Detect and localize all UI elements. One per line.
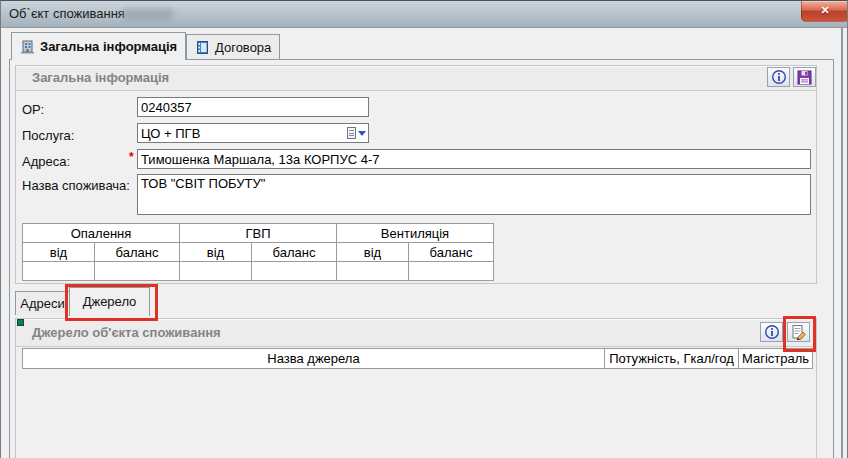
source-table: Назва джерела Потужність, Гкал/год Магіс… <box>22 348 813 369</box>
close-icon: ✕ <box>820 4 829 16</box>
seasons-group-header-row: Опалення ГВП Вентиляція <box>23 224 494 243</box>
source-panel: Джерело об'єкта споживання <box>15 318 817 458</box>
table-cell <box>337 262 409 281</box>
panel-title: Джерело об'єкта споживання <box>32 325 221 340</box>
table-cell <box>409 262 494 281</box>
window-title: Об`єкт споживання <box>9 6 125 21</box>
column-header: Магістраль <box>739 349 813 369</box>
seasons-data-row <box>23 262 494 281</box>
dialog-window: Об`єкт споживання ✕ Загальна інформація … <box>0 0 848 458</box>
info-icon <box>771 69 787 85</box>
panel-grip-icon[interactable] <box>17 319 24 326</box>
table-cell <box>95 262 180 281</box>
sub-header: від <box>337 243 409 262</box>
tab-label: Договора <box>215 40 271 55</box>
sub-header: баланс <box>409 243 494 262</box>
window-frame-line <box>841 27 843 458</box>
seasons-sub-header-row: від баланс від баланс від баланс <box>23 243 494 262</box>
service-combobox[interactable] <box>137 123 369 143</box>
lookup-dropdown-icon[interactable] <box>344 125 368 141</box>
group-header: ГВП <box>180 224 337 243</box>
sub-header: від <box>23 243 95 262</box>
table-cell <box>23 262 95 281</box>
subtab-label: Адреси <box>20 296 64 311</box>
sub-header: від <box>180 243 252 262</box>
service-label: Послуга: <box>22 128 74 143</box>
tab-general-info[interactable]: Загальна інформація <box>11 32 186 60</box>
sub-header: баланс <box>95 243 180 262</box>
source-header-row: Назва джерела Потужність, Гкал/год Магіс… <box>23 349 813 369</box>
titlebar: Об`єкт споживання ✕ <box>1 1 847 28</box>
subtab-addresses[interactable]: Адреси <box>15 291 70 315</box>
consumer-name-textarea[interactable]: ТОВ "СВІТ ПОБУТУ" <box>137 174 811 215</box>
general-info-panel: Загальна інформація ОР: <box>15 65 817 284</box>
required-marker: * <box>129 150 134 164</box>
group-header: Опалення <box>23 224 180 243</box>
table-cell <box>180 262 252 281</box>
building-icon <box>20 39 35 54</box>
redacted-text <box>123 9 173 20</box>
notebook-icon <box>195 40 210 55</box>
tab-contracts[interactable]: Договора <box>186 34 280 60</box>
consumer-label: Назва споживача: <box>22 178 130 193</box>
close-button[interactable]: ✕ <box>801 1 848 22</box>
address-input[interactable] <box>137 149 811 169</box>
column-header: Потужність, Гкал/год <box>605 349 739 369</box>
table-cell <box>252 262 337 281</box>
panel-title: Загальна інформація <box>32 70 169 85</box>
info-button[interactable] <box>767 67 790 87</box>
group-header: Вентиляція <box>337 224 494 243</box>
service-input[interactable] <box>138 126 344 141</box>
subtab-source[interactable]: Джерело <box>69 287 150 316</box>
seasons-table: Опалення ГВП Вентиляція від баланс від б… <box>22 223 494 281</box>
subtab-label: Джерело <box>83 294 137 309</box>
info-button[interactable] <box>760 322 783 342</box>
save-button[interactable] <box>793 67 816 87</box>
source-panel-header: Джерело об'єкта споживання <box>16 319 816 347</box>
column-header: Назва джерела <box>23 349 605 369</box>
sub-header: баланс <box>252 243 337 262</box>
or-label: ОР: <box>22 102 44 117</box>
general-panel-header: Загальна інформація <box>16 66 816 91</box>
info-icon <box>764 324 780 340</box>
edit-button[interactable] <box>787 322 810 342</box>
or-input[interactable] <box>137 97 369 117</box>
save-icon <box>797 70 812 85</box>
edit-document-icon <box>791 324 807 340</box>
tab-label: Загальна інформація <box>40 39 177 54</box>
address-label: Адреса: <box>22 154 70 169</box>
